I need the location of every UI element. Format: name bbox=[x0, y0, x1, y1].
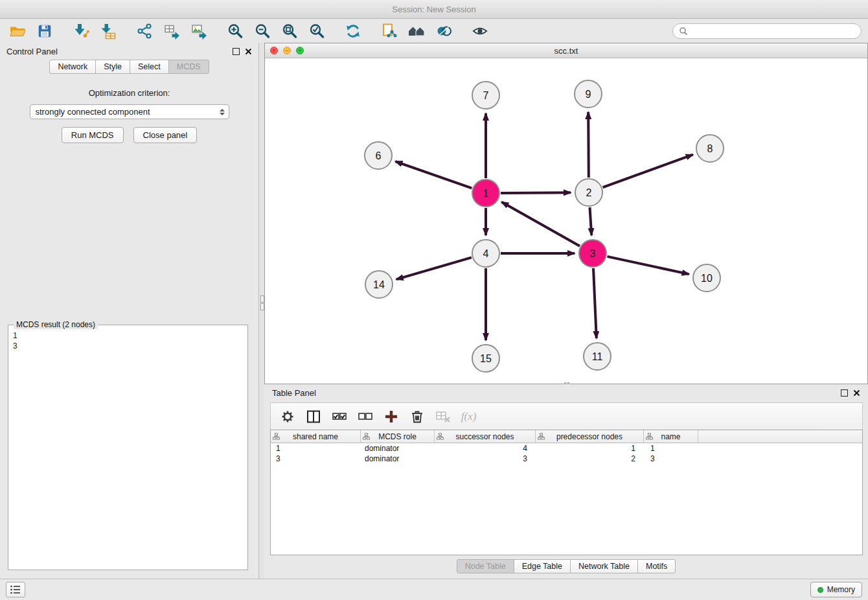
export-table-icon[interactable] bbox=[161, 21, 183, 41]
table-cell: 3 bbox=[644, 454, 698, 463]
node-table: shared name MCDS role bbox=[270, 430, 863, 555]
panel-splitter[interactable] bbox=[259, 43, 264, 579]
splitter-grip-icon[interactable] bbox=[260, 295, 264, 303]
import-network-icon[interactable] bbox=[70, 21, 92, 41]
graph-edge-4-14[interactable] bbox=[396, 257, 472, 279]
network-window-titlebar[interactable]: × − + scc.txt bbox=[265, 43, 867, 58]
task-history-button[interactable] bbox=[6, 582, 25, 597]
zoom-window-icon[interactable]: + bbox=[296, 47, 304, 54]
table-settings-icon[interactable] bbox=[279, 408, 296, 425]
delete-column-icon[interactable] bbox=[408, 408, 426, 425]
mcds-result-value: 3 bbox=[13, 341, 243, 351]
column-header-mcds-role[interactable]: MCDS role bbox=[361, 430, 435, 443]
column-header-shared-name[interactable]: shared name bbox=[271, 430, 361, 443]
column-header-predecessor-nodes[interactable]: predecessor nodes bbox=[536, 430, 644, 443]
svg-text:3: 3 bbox=[590, 248, 596, 259]
table-cell: dominator bbox=[361, 454, 435, 463]
zoom-in-icon[interactable] bbox=[224, 21, 246, 41]
tab-select[interactable]: Select bbox=[130, 60, 169, 74]
svg-text:14: 14 bbox=[373, 279, 385, 290]
memory-button[interactable]: Memory bbox=[810, 582, 862, 597]
zoom-selected-icon[interactable] bbox=[306, 21, 328, 41]
unselect-all-columns-icon[interactable] bbox=[356, 408, 374, 425]
graph-node-10[interactable]: 10 bbox=[693, 264, 720, 292]
table-tabs: Node Table Edge Table Network Table Moti… bbox=[264, 559, 868, 573]
export-network-icon[interactable] bbox=[133, 21, 155, 41]
column-header-name[interactable]: name bbox=[644, 430, 698, 443]
graph-edge-3-11[interactable] bbox=[593, 268, 597, 338]
search-input[interactable] bbox=[692, 25, 855, 36]
show-columns-icon[interactable] bbox=[304, 408, 322, 425]
tab-edge-table[interactable]: Edge Table bbox=[514, 559, 571, 573]
column-header-successor-nodes[interactable]: successor nodes bbox=[435, 430, 536, 443]
table-row[interactable]: 1dominator411 bbox=[271, 443, 862, 454]
graph-edge-2-8[interactable] bbox=[603, 155, 693, 188]
apply-style-icon[interactable] bbox=[378, 21, 400, 41]
graph-node-6[interactable]: 6 bbox=[365, 142, 392, 169]
mcds-result-list[interactable]: 1 3 bbox=[10, 329, 246, 568]
graph-edge-1-2[interactable] bbox=[501, 192, 571, 193]
network-graph-svg[interactable]: 7968124314101511 bbox=[265, 58, 867, 384]
close-panel-icon[interactable] bbox=[245, 48, 252, 55]
graph-edge-2-9[interactable] bbox=[588, 112, 589, 178]
tab-network[interactable]: Network bbox=[49, 60, 96, 74]
graph-node-4[interactable]: 4 bbox=[472, 240, 499, 267]
search-icon bbox=[679, 27, 688, 36]
column-type-icon bbox=[273, 433, 280, 440]
save-session-icon[interactable] bbox=[34, 21, 56, 41]
column-type-icon bbox=[437, 433, 444, 440]
function-builder-icon: f(x) bbox=[460, 408, 477, 425]
tab-node-table[interactable]: Node Table bbox=[457, 559, 514, 573]
memory-label: Memory bbox=[827, 585, 855, 594]
export-image-icon[interactable] bbox=[188, 21, 210, 41]
graphics-details-icon[interactable] bbox=[433, 21, 455, 41]
mcds-result-value: 1 bbox=[13, 330, 243, 341]
table-cell: 2 bbox=[536, 454, 644, 463]
import-table-icon[interactable] bbox=[97, 21, 119, 41]
table-row[interactable]: 3dominator323 bbox=[271, 454, 862, 464]
graph-node-15[interactable]: 15 bbox=[472, 345, 499, 372]
tab-network-table[interactable]: Network Table bbox=[570, 559, 638, 573]
float-panel-icon[interactable] bbox=[233, 48, 240, 55]
birdseye-view-icon[interactable] bbox=[469, 21, 491, 41]
graph-node-9[interactable]: 9 bbox=[575, 80, 602, 108]
application-window: Session: New Session bbox=[0, 0, 868, 600]
float-table-panel-icon[interactable] bbox=[841, 389, 848, 397]
graph-node-1[interactable]: 1 bbox=[472, 179, 499, 207]
refresh-layout-icon[interactable] bbox=[342, 21, 364, 41]
graph-node-8[interactable]: 8 bbox=[696, 135, 724, 162]
run-mcds-button[interactable]: Run MCDS bbox=[62, 127, 124, 143]
tab-style[interactable]: Style bbox=[95, 60, 130, 74]
splitter-grip-icon[interactable] bbox=[260, 303, 264, 310]
table-toolbar: f(x) bbox=[270, 402, 863, 430]
graph-node-3[interactable]: 3 bbox=[579, 240, 606, 267]
graph-node-11[interactable]: 11 bbox=[584, 343, 611, 370]
graph-node-14[interactable]: 14 bbox=[365, 271, 393, 298]
close-window-icon[interactable]: × bbox=[270, 47, 278, 54]
control-panel-title: Control Panel bbox=[6, 47, 227, 56]
graph-edge-3-1[interactable] bbox=[501, 202, 580, 246]
tab-motifs[interactable]: Motifs bbox=[637, 559, 676, 573]
minimize-window-icon[interactable]: − bbox=[283, 47, 291, 54]
criterion-select[interactable]: strongly connected component bbox=[30, 104, 229, 119]
close-table-panel-icon[interactable] bbox=[853, 389, 860, 397]
graph-node-2[interactable]: 2 bbox=[575, 179, 602, 206]
main-toolbar bbox=[0, 19, 868, 43]
zoom-out-icon[interactable] bbox=[251, 21, 273, 41]
graph-edge-1-6[interactable] bbox=[395, 161, 472, 188]
select-all-columns-icon[interactable] bbox=[330, 408, 348, 425]
table-cell: 3 bbox=[435, 454, 536, 463]
add-column-icon[interactable] bbox=[382, 408, 400, 425]
zoom-fit-icon[interactable] bbox=[279, 21, 301, 41]
open-session-icon[interactable] bbox=[6, 21, 29, 41]
graph-edge-3-10[interactable] bbox=[608, 257, 689, 274]
graph-node-7[interactable]: 7 bbox=[472, 82, 499, 109]
window-title-bar[interactable]: Session: New Session bbox=[0, 0, 868, 19]
close-panel-button[interactable]: Close panel bbox=[133, 127, 198, 143]
graph-edge-2-3[interactable] bbox=[590, 207, 592, 235]
tab-mcds[interactable]: MCDS bbox=[168, 60, 209, 74]
network-canvas[interactable]: 7968124314101511 bbox=[265, 58, 867, 384]
svg-text:10: 10 bbox=[701, 273, 713, 284]
table-panel-header: Table Panel bbox=[264, 384, 868, 401]
home-icon[interactable] bbox=[405, 21, 428, 41]
